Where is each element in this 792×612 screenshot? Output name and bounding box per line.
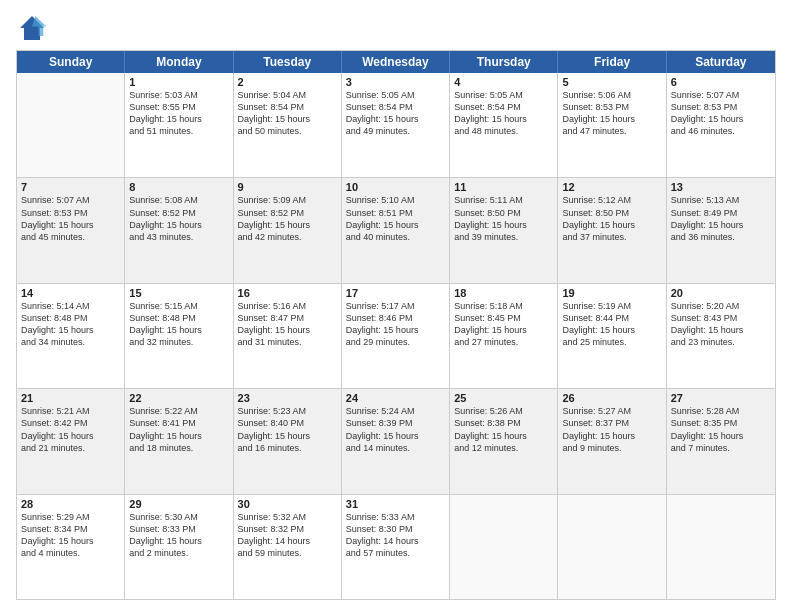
calendar-cell: 12Sunrise: 5:12 AM Sunset: 8:50 PM Dayli… — [558, 178, 666, 282]
day-number: 8 — [129, 181, 228, 193]
cell-info: Sunrise: 5:16 AM Sunset: 8:47 PM Dayligh… — [238, 300, 337, 349]
calendar-cell: 21Sunrise: 5:21 AM Sunset: 8:42 PM Dayli… — [17, 389, 125, 493]
day-number: 2 — [238, 76, 337, 88]
day-number: 3 — [346, 76, 445, 88]
calendar-cell: 6Sunrise: 5:07 AM Sunset: 8:53 PM Daylig… — [667, 73, 775, 177]
cell-info: Sunrise: 5:27 AM Sunset: 8:37 PM Dayligh… — [562, 405, 661, 454]
logo — [16, 12, 52, 44]
weekday-header: Saturday — [667, 51, 775, 73]
calendar-cell: 4Sunrise: 5:05 AM Sunset: 8:54 PM Daylig… — [450, 73, 558, 177]
calendar-cell: 1Sunrise: 5:03 AM Sunset: 8:55 PM Daylig… — [125, 73, 233, 177]
calendar-cell: 17Sunrise: 5:17 AM Sunset: 8:46 PM Dayli… — [342, 284, 450, 388]
cell-info: Sunrise: 5:08 AM Sunset: 8:52 PM Dayligh… — [129, 194, 228, 243]
cell-info: Sunrise: 5:04 AM Sunset: 8:54 PM Dayligh… — [238, 89, 337, 138]
calendar-cell: 10Sunrise: 5:10 AM Sunset: 8:51 PM Dayli… — [342, 178, 450, 282]
cell-info: Sunrise: 5:21 AM Sunset: 8:42 PM Dayligh… — [21, 405, 120, 454]
cell-info: Sunrise: 5:11 AM Sunset: 8:50 PM Dayligh… — [454, 194, 553, 243]
logo-icon — [16, 12, 48, 44]
cell-info: Sunrise: 5:09 AM Sunset: 8:52 PM Dayligh… — [238, 194, 337, 243]
calendar-cell: 2Sunrise: 5:04 AM Sunset: 8:54 PM Daylig… — [234, 73, 342, 177]
day-number: 19 — [562, 287, 661, 299]
cell-info: Sunrise: 5:19 AM Sunset: 8:44 PM Dayligh… — [562, 300, 661, 349]
calendar-cell: 8Sunrise: 5:08 AM Sunset: 8:52 PM Daylig… — [125, 178, 233, 282]
cell-info: Sunrise: 5:32 AM Sunset: 8:32 PM Dayligh… — [238, 511, 337, 560]
calendar-cell — [450, 495, 558, 599]
cell-info: Sunrise: 5:10 AM Sunset: 8:51 PM Dayligh… — [346, 194, 445, 243]
cell-info: Sunrise: 5:33 AM Sunset: 8:30 PM Dayligh… — [346, 511, 445, 560]
cell-info: Sunrise: 5:12 AM Sunset: 8:50 PM Dayligh… — [562, 194, 661, 243]
day-number: 24 — [346, 392, 445, 404]
day-number: 31 — [346, 498, 445, 510]
calendar-cell: 7Sunrise: 5:07 AM Sunset: 8:53 PM Daylig… — [17, 178, 125, 282]
calendar-row: 1Sunrise: 5:03 AM Sunset: 8:55 PM Daylig… — [17, 73, 775, 178]
day-number: 25 — [454, 392, 553, 404]
calendar-cell: 30Sunrise: 5:32 AM Sunset: 8:32 PM Dayli… — [234, 495, 342, 599]
weekday-header: Thursday — [450, 51, 558, 73]
calendar-cell — [667, 495, 775, 599]
calendar-body: 1Sunrise: 5:03 AM Sunset: 8:55 PM Daylig… — [17, 73, 775, 599]
day-number: 20 — [671, 287, 771, 299]
calendar-row: 28Sunrise: 5:29 AM Sunset: 8:34 PM Dayli… — [17, 495, 775, 599]
day-number: 1 — [129, 76, 228, 88]
weekday-header: Sunday — [17, 51, 125, 73]
cell-info: Sunrise: 5:23 AM Sunset: 8:40 PM Dayligh… — [238, 405, 337, 454]
calendar-cell: 11Sunrise: 5:11 AM Sunset: 8:50 PM Dayli… — [450, 178, 558, 282]
calendar-row: 21Sunrise: 5:21 AM Sunset: 8:42 PM Dayli… — [17, 389, 775, 494]
header — [16, 12, 776, 44]
day-number: 14 — [21, 287, 120, 299]
day-number: 15 — [129, 287, 228, 299]
calendar-cell: 18Sunrise: 5:18 AM Sunset: 8:45 PM Dayli… — [450, 284, 558, 388]
calendar-cell: 25Sunrise: 5:26 AM Sunset: 8:38 PM Dayli… — [450, 389, 558, 493]
weekday-header: Wednesday — [342, 51, 450, 73]
cell-info: Sunrise: 5:07 AM Sunset: 8:53 PM Dayligh… — [21, 194, 120, 243]
cell-info: Sunrise: 5:03 AM Sunset: 8:55 PM Dayligh… — [129, 89, 228, 138]
calendar-cell: 26Sunrise: 5:27 AM Sunset: 8:37 PM Dayli… — [558, 389, 666, 493]
calendar-cell: 3Sunrise: 5:05 AM Sunset: 8:54 PM Daylig… — [342, 73, 450, 177]
day-number: 6 — [671, 76, 771, 88]
calendar-cell: 28Sunrise: 5:29 AM Sunset: 8:34 PM Dayli… — [17, 495, 125, 599]
cell-info: Sunrise: 5:30 AM Sunset: 8:33 PM Dayligh… — [129, 511, 228, 560]
cell-info: Sunrise: 5:24 AM Sunset: 8:39 PM Dayligh… — [346, 405, 445, 454]
calendar-cell: 31Sunrise: 5:33 AM Sunset: 8:30 PM Dayli… — [342, 495, 450, 599]
calendar-row: 14Sunrise: 5:14 AM Sunset: 8:48 PM Dayli… — [17, 284, 775, 389]
calendar-header: SundayMondayTuesdayWednesdayThursdayFrid… — [17, 51, 775, 73]
calendar-cell: 13Sunrise: 5:13 AM Sunset: 8:49 PM Dayli… — [667, 178, 775, 282]
calendar-cell: 15Sunrise: 5:15 AM Sunset: 8:48 PM Dayli… — [125, 284, 233, 388]
day-number: 9 — [238, 181, 337, 193]
calendar: SundayMondayTuesdayWednesdayThursdayFrid… — [16, 50, 776, 600]
calendar-cell: 27Sunrise: 5:28 AM Sunset: 8:35 PM Dayli… — [667, 389, 775, 493]
day-number: 27 — [671, 392, 771, 404]
calendar-row: 7Sunrise: 5:07 AM Sunset: 8:53 PM Daylig… — [17, 178, 775, 283]
cell-info: Sunrise: 5:18 AM Sunset: 8:45 PM Dayligh… — [454, 300, 553, 349]
day-number: 22 — [129, 392, 228, 404]
weekday-header: Tuesday — [234, 51, 342, 73]
calendar-cell: 9Sunrise: 5:09 AM Sunset: 8:52 PM Daylig… — [234, 178, 342, 282]
calendar-cell: 19Sunrise: 5:19 AM Sunset: 8:44 PM Dayli… — [558, 284, 666, 388]
day-number: 28 — [21, 498, 120, 510]
day-number: 21 — [21, 392, 120, 404]
cell-info: Sunrise: 5:22 AM Sunset: 8:41 PM Dayligh… — [129, 405, 228, 454]
day-number: 7 — [21, 181, 120, 193]
calendar-cell: 29Sunrise: 5:30 AM Sunset: 8:33 PM Dayli… — [125, 495, 233, 599]
day-number: 17 — [346, 287, 445, 299]
cell-info: Sunrise: 5:26 AM Sunset: 8:38 PM Dayligh… — [454, 405, 553, 454]
day-number: 11 — [454, 181, 553, 193]
day-number: 5 — [562, 76, 661, 88]
cell-info: Sunrise: 5:17 AM Sunset: 8:46 PM Dayligh… — [346, 300, 445, 349]
day-number: 4 — [454, 76, 553, 88]
cell-info: Sunrise: 5:13 AM Sunset: 8:49 PM Dayligh… — [671, 194, 771, 243]
cell-info: Sunrise: 5:07 AM Sunset: 8:53 PM Dayligh… — [671, 89, 771, 138]
day-number: 18 — [454, 287, 553, 299]
cell-info: Sunrise: 5:28 AM Sunset: 8:35 PM Dayligh… — [671, 405, 771, 454]
calendar-cell: 20Sunrise: 5:20 AM Sunset: 8:43 PM Dayli… — [667, 284, 775, 388]
cell-info: Sunrise: 5:29 AM Sunset: 8:34 PM Dayligh… — [21, 511, 120, 560]
day-number: 30 — [238, 498, 337, 510]
cell-info: Sunrise: 5:20 AM Sunset: 8:43 PM Dayligh… — [671, 300, 771, 349]
cell-info: Sunrise: 5:06 AM Sunset: 8:53 PM Dayligh… — [562, 89, 661, 138]
day-number: 23 — [238, 392, 337, 404]
day-number: 16 — [238, 287, 337, 299]
calendar-cell: 16Sunrise: 5:16 AM Sunset: 8:47 PM Dayli… — [234, 284, 342, 388]
day-number: 10 — [346, 181, 445, 193]
weekday-header: Monday — [125, 51, 233, 73]
weekday-header: Friday — [558, 51, 666, 73]
